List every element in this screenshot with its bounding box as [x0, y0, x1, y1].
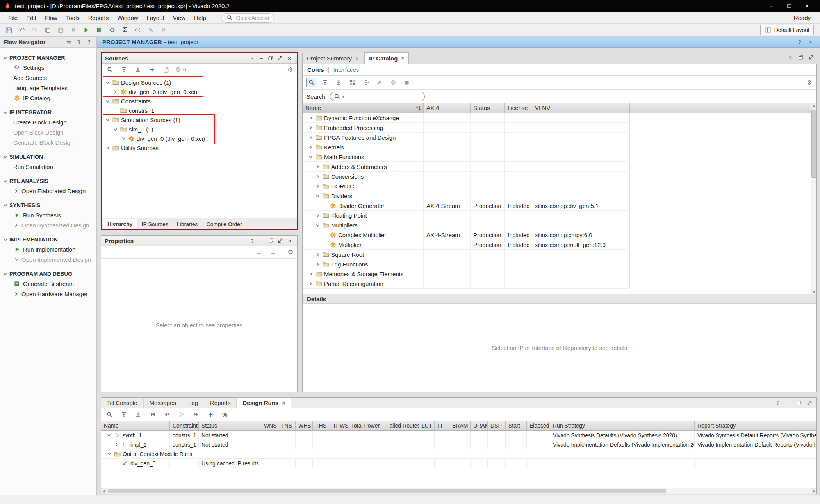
- chevron-right-icon[interactable]: [315, 252, 320, 257]
- paste-button[interactable]: [55, 25, 66, 35]
- tab-log[interactable]: Log: [182, 398, 204, 408]
- menu-reports[interactable]: Reports: [84, 13, 113, 22]
- menu-view[interactable]: View: [169, 13, 190, 22]
- chevron-right-icon[interactable]: [315, 174, 320, 179]
- maximize-button[interactable]: [780, 0, 798, 12]
- subtab-cores[interactable]: Cores: [307, 66, 324, 73]
- expand-all-button[interactable]: [333, 78, 344, 87]
- copy-button[interactable]: [42, 25, 53, 35]
- column-header-failed-routes[interactable]: Failed Routes: [383, 421, 419, 430]
- close-icon[interactable]: ×: [285, 54, 293, 62]
- help-icon[interactable]: ?: [786, 53, 794, 61]
- cancel-button[interactable]: ×: [158, 25, 169, 35]
- column-header-wns[interactable]: WNS: [261, 421, 278, 430]
- flow-nav-item-run-simulation[interactable]: Run Simulation: [0, 161, 96, 172]
- ip-catalog-row[interactable]: Multipliers: [303, 220, 630, 230]
- chevron-down-icon[interactable]: [2, 155, 8, 159]
- expand-all-button[interactable]: [133, 410, 143, 419]
- chevron-right-icon[interactable]: [13, 223, 19, 227]
- group-hierarchy-button[interactable]: [347, 78, 357, 87]
- chevron-right-icon[interactable]: [315, 262, 320, 266]
- sources-tab-hierarchy[interactable]: Hierarchy: [103, 219, 137, 229]
- column-header-tpws[interactable]: TPWS: [330, 421, 348, 430]
- chevron-down-icon[interactable]: [308, 155, 313, 159]
- float-icon[interactable]: [267, 54, 275, 62]
- float-icon[interactable]: [795, 399, 803, 407]
- flow-nav-section-header[interactable]: SIMULATION: [0, 152, 96, 161]
- column-header-license[interactable]: License: [505, 103, 532, 113]
- gear-icon[interactable]: ⚙: [287, 67, 294, 73]
- vertical-scrollbar[interactable]: [811, 103, 816, 295]
- rewind-button[interactable]: [162, 410, 172, 419]
- chevron-down-icon[interactable]: [315, 194, 320, 198]
- chevron-right-icon[interactable]: [308, 145, 313, 149]
- layout-selector[interactable]: Default Layout: [760, 25, 814, 35]
- chevron-down-icon[interactable]: [2, 203, 8, 208]
- subtab-interfaces[interactable]: Interfaces: [333, 66, 359, 73]
- ip-search-box[interactable]: ▾: [330, 92, 425, 101]
- close-button[interactable]: ×: [798, 0, 816, 12]
- run-state-button[interactable]: [176, 410, 187, 419]
- flow-nav-item-run-synthesis[interactable]: Run Synthesis: [0, 210, 96, 220]
- add-button[interactable]: +: [147, 65, 157, 75]
- chevron-down-icon[interactable]: [105, 99, 110, 103]
- source-tree-item[interactable]: div_gen_0 (div_gen_0.xci): [102, 134, 297, 143]
- flow-nav-item-open-synthesized-design[interactable]: Open Synthesized Design: [0, 220, 96, 230]
- settings-gear-button[interactable]: ⚙: [106, 25, 118, 35]
- column-header-bram[interactable]: BRAM: [449, 421, 471, 430]
- column-header-status[interactable]: Status: [199, 421, 261, 430]
- open-file-button[interactable]: [161, 65, 171, 75]
- source-tree-item[interactable]: Design Sources (1): [102, 78, 297, 87]
- chevron-down-icon[interactable]: [106, 452, 112, 456]
- chevron-down-icon[interactable]: [105, 80, 110, 85]
- sources-tab-ip-sources[interactable]: IP Sources: [138, 220, 172, 229]
- swap-horizontal-icon[interactable]: ⇆: [65, 38, 73, 46]
- flow-nav-item-open-block-design[interactable]: Open Block Design: [0, 127, 96, 137]
- design-run-row[interactable]: Out-of-Context Module Runs: [101, 449, 816, 459]
- properties-panel-header[interactable]: Properties ?−×: [101, 236, 297, 246]
- close-icon[interactable]: ×: [807, 38, 815, 46]
- chevron-right-icon[interactable]: [120, 137, 126, 141]
- flow-nav-section-header[interactable]: RTL ANALYSIS: [0, 176, 96, 186]
- chevron-down-icon[interactable]: [2, 238, 8, 242]
- column-header-name[interactable]: Name: [101, 421, 170, 430]
- sources-tab-libraries[interactable]: Libraries: [173, 220, 202, 229]
- forward-button[interactable]: [191, 410, 201, 419]
- timing-clock-button[interactable]: [132, 25, 144, 35]
- report-sigma-button[interactable]: Σ: [119, 25, 131, 35]
- status-circle-button[interactable]: [388, 78, 398, 87]
- chevron-right-icon[interactable]: [315, 213, 320, 218]
- source-tree-item[interactable]: Simulation Sources (1): [102, 115, 297, 124]
- chevron-right-icon[interactable]: [315, 184, 320, 188]
- flow-nav-item-open-hardware-manager[interactable]: Open Hardware Manager: [0, 289, 96, 299]
- chevron-down-icon[interactable]: [315, 223, 320, 227]
- menu-tools[interactable]: Tools: [62, 13, 84, 22]
- ip-catalog-row[interactable]: Floating Point: [303, 211, 630, 220]
- ip-catalog-row[interactable]: CORDIC: [303, 181, 630, 191]
- runtime-percent-button[interactable]: %: [220, 410, 230, 419]
- help-icon[interactable]: ?: [796, 38, 804, 46]
- column-header-report-strategy[interactable]: Report Strategy: [695, 421, 816, 430]
- arrow-right-button[interactable]: →: [268, 248, 278, 257]
- ip-catalog-row[interactable]: Trig Functions: [303, 259, 630, 269]
- help-icon[interactable]: ?: [85, 38, 93, 46]
- flow-nav-item-generate-bitstream[interactable]: Generate Bitstream: [0, 279, 96, 289]
- redo-button[interactable]: ↷: [29, 25, 41, 35]
- horizontal-scrollbar[interactable]: [101, 488, 816, 494]
- menu-layout[interactable]: Layout: [143, 13, 169, 22]
- float-icon[interactable]: [797, 53, 805, 61]
- scroll-down-icon[interactable]: [811, 289, 816, 295]
- search-button[interactable]: [306, 78, 316, 87]
- menu-edit[interactable]: Edit: [22, 13, 41, 22]
- expand-all-button[interactable]: [133, 65, 143, 75]
- column-header-name[interactable]: Name^1: [303, 103, 424, 113]
- swap-vertical-icon[interactable]: ⇅: [75, 38, 83, 46]
- search-button[interactable]: [105, 65, 115, 75]
- ip-catalog-row[interactable]: Complex Multiplier AXI4-Stream Productio…: [303, 230, 630, 240]
- column-header-uram[interactable]: URAM: [471, 421, 488, 430]
- column-header-status[interactable]: Status: [471, 103, 505, 113]
- column-header-lut[interactable]: LUT: [419, 421, 435, 430]
- flow-nav-section-header[interactable]: PROGRAM AND DEBUG: [0, 269, 96, 279]
- program-device-button[interactable]: [93, 25, 105, 35]
- flow-nav-item-ip-catalog[interactable]: IP Catalog: [0, 93, 96, 103]
